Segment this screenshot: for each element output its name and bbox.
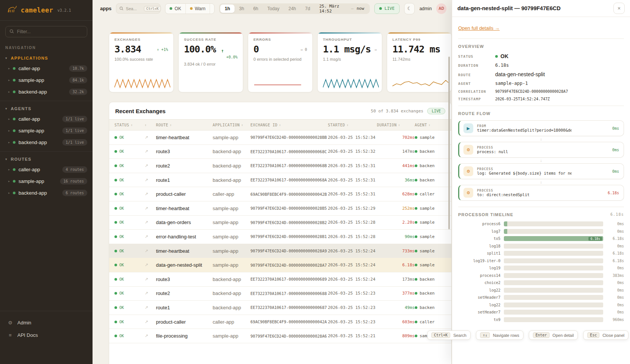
section-header-routes[interactable]: ▾ ROUTES xyxy=(0,153,93,164)
table-row[interactable]: OK ↗ timer-heartbeat sample-app 90799F47… xyxy=(109,244,451,258)
range-24h[interactable]: 24h xyxy=(284,5,301,13)
sidebar-item-backend-app[interactable]: ▸ backend-app 6 routes xyxy=(0,187,93,199)
stat-card-exchanges[interactable]: EXCHANGES 3.834 ↑ +1% 100.0% success rat… xyxy=(109,32,174,92)
sidebar-item-backend-app[interactable]: ▸ backend-app 32.2k xyxy=(0,86,93,98)
open-link-icon[interactable]: ↗ xyxy=(145,249,156,253)
open-link-icon[interactable]: ↗ xyxy=(145,305,156,310)
table-row[interactable]: OK ↗ route2 backend-app EE7322370A10617-… xyxy=(109,287,451,301)
open-link-icon[interactable]: ↗ xyxy=(145,263,156,267)
theme-toggle-button[interactable]: ☾ xyxy=(404,3,415,14)
range-6h[interactable]: 6h xyxy=(249,5,262,13)
status-dot xyxy=(13,141,15,144)
open-link-icon[interactable]: ↗ xyxy=(145,220,156,225)
timeline-row-choice2[interactable]: choice2 0ms xyxy=(458,280,624,285)
table-row[interactable]: OK ↗ route3 backend-app EE7322370A10617-… xyxy=(109,272,451,287)
stat-card-success rate[interactable]: SUCCESS RATE 100.0% ↑ +0.0% 3.834 ok / 0… xyxy=(178,32,243,92)
sidebar-item-caller-app[interactable]: ▸ caller-app 4 routes xyxy=(0,164,93,175)
column-header-application[interactable]: APPLICATION↕ xyxy=(213,123,250,127)
sidebar-filter[interactable] xyxy=(5,26,87,37)
column-header-status[interactable]: STATUS↕ xyxy=(114,123,145,127)
status-filter-warn[interactable]: Warn xyxy=(186,4,210,14)
camel-icon xyxy=(7,4,17,16)
open-link-icon[interactable]: ↗ xyxy=(145,149,156,154)
stat-card-errors[interactable]: ERRORS 0 → 0 0 errors in selected period xyxy=(248,32,313,92)
table-row[interactable]: OK ↗ data-gen-orders sample-app 90799F47… xyxy=(109,216,451,230)
open-link-icon[interactable]: ↗ xyxy=(145,333,156,338)
status-filter-ok[interactable]: OK xyxy=(165,4,185,14)
open-link-icon[interactable]: ↗ xyxy=(145,277,156,282)
open-link-icon[interactable]: ↗ xyxy=(145,319,156,324)
flow-step-4[interactable]: ⚙ PROCESS to: direct:nestedSplit 6.18s xyxy=(458,185,624,201)
timeline-row-log19-iter-0[interactable]: log19-iter-0 6.18s xyxy=(458,258,624,263)
timeline-row-log22[interactable]: log22 0ms xyxy=(458,303,624,307)
sidebar-footer-admin[interactable]: ⚙ Admin xyxy=(8,316,85,329)
column-header-exchange id[interactable]: EXCHANGE ID↕ xyxy=(250,123,328,127)
range-today[interactable]: Today xyxy=(263,5,284,13)
flow-step-1[interactable]: ▶ FROM timer:dataGenNestedSplit?period=1… xyxy=(458,120,624,136)
timeline-row-to9[interactable]: to9 960ms xyxy=(458,317,624,322)
sidebar-item-caller-app[interactable]: ▸ caller-app 10.7k xyxy=(0,63,93,74)
table-row[interactable]: OK ↗ timer-heartbeat sample-app 90799F47… xyxy=(109,131,451,145)
close-panel-button[interactable]: × xyxy=(613,3,625,14)
sidebar-item-sample-app[interactable]: ▸ sample-app 16 routes xyxy=(0,175,93,187)
global-search[interactable]: Ctrl+K xyxy=(116,3,161,14)
chevron-right-icon: ▸ xyxy=(8,168,10,171)
stat-card-latency p99[interactable]: LATENCY P99 11.742 ms 11.742ms xyxy=(387,32,452,92)
range-3h[interactable]: 3h xyxy=(235,5,249,13)
open-link-icon[interactable]: ↗ xyxy=(145,234,156,239)
table-row[interactable]: OK ↗ route1 backend-app EE7322370A10617-… xyxy=(109,301,451,315)
open-link-icon[interactable]: ↗ xyxy=(145,206,156,211)
column-header-agent[interactable]: AGENT↕ xyxy=(415,123,441,127)
section-header-applications[interactable]: ▾ APPLICATIONS xyxy=(0,52,93,63)
timeline-row-process6[interactable]: process6 0ms xyxy=(458,221,624,226)
timeline-row-log7[interactable]: log7 0ms xyxy=(458,229,624,234)
table-row[interactable]: OK ↗ timer-heartbeat sample-app 90799F47… xyxy=(109,201,451,216)
timeline-row-process14[interactable]: process14 383ms xyxy=(458,273,624,278)
sidebar-item-sample-app[interactable]: ▸ sample-app 1/1 live xyxy=(0,125,93,137)
column-header-route[interactable]: ROUTE↕ xyxy=(156,123,213,127)
flow-step-kind: PROCESS xyxy=(477,146,508,149)
sidebar-footer-api docs[interactable]: ≡ API Docs xyxy=(8,329,85,341)
stat-card-throughput[interactable]: THROUGHPUT 1.1 msg/s → 1.1 msg/s xyxy=(317,32,382,92)
table-row[interactable]: OK ↗ file-processing sample-app 90799F47… xyxy=(109,329,451,343)
timeline-row-log18[interactable]: log18 0ms xyxy=(458,244,624,249)
timeline-row-split1[interactable]: split1 6.18s xyxy=(458,251,624,256)
section-header-agents[interactable]: ▾ AGENTS xyxy=(0,103,93,113)
open-link-icon[interactable]: ↗ xyxy=(145,291,156,296)
timeline-row-log22[interactable]: log22 0ms xyxy=(458,288,624,293)
avatar[interactable]: AD xyxy=(436,3,446,14)
table-row[interactable]: OK ↗ route2 backend-app EE7322370A10617-… xyxy=(109,159,451,173)
table-row[interactable]: OK ↗ product-caller caller-app 69AC90BF8… xyxy=(109,187,451,201)
table-row[interactable]: OK ↗ data-gen-nested-split sample-app 90… xyxy=(109,258,451,272)
status-dot xyxy=(495,55,498,58)
open-link-icon[interactable]: ↗ xyxy=(145,192,156,197)
table-row[interactable]: OK ↗ error-handling-test sample-app 9079… xyxy=(109,230,451,244)
status-filter-e[interactable]: E xyxy=(210,4,215,14)
sidebar-item-sample-app[interactable]: ▸ sample-app 84.1k xyxy=(0,74,93,86)
table-row[interactable]: OK ↗ route1 backend-app EE7322370A10617-… xyxy=(109,173,451,187)
table-row[interactable]: OK ↗ route3 backend-app EE7322370A10617-… xyxy=(109,145,451,159)
sidebar-item-backend-app[interactable]: ▸ backend-app 1/1 live xyxy=(0,137,93,148)
filter-input[interactable] xyxy=(17,29,83,34)
flow-step-2[interactable]: ⚙ PROCESS process: null 0ms xyxy=(458,142,624,158)
column-header-link[interactable]: ↕ xyxy=(145,123,156,127)
open-link-icon[interactable]: ↗ xyxy=(145,163,156,168)
timeline-row-setHeader7[interactable]: setHeader7 0ms xyxy=(458,310,624,315)
open-link-icon[interactable]: ↗ xyxy=(145,135,156,140)
column-header-started[interactable]: STARTED↕ xyxy=(328,123,377,127)
timeline-row-log19[interactable]: log19 0ms xyxy=(458,266,624,270)
range-1h[interactable]: 1h xyxy=(220,5,235,13)
timeline-row-to5[interactable]: to5 6.18s 6.18s xyxy=(458,236,624,241)
flow-step-3[interactable]: ⚙ PROCESS log: Generated ${body.size} it… xyxy=(458,163,624,179)
open-full-details-link[interactable]: Open full details → xyxy=(458,25,500,31)
date-range[interactable]: 25. März 14:52 — now xyxy=(315,4,369,14)
search-input[interactable] xyxy=(126,6,142,11)
open-link-icon[interactable]: ↗ xyxy=(145,178,156,183)
table-row[interactable]: OK ↗ product-caller caller-app 69AC90BF8… xyxy=(109,315,451,329)
live-button[interactable]: LIVE xyxy=(374,3,400,14)
range-7d[interactable]: 7d xyxy=(301,5,315,13)
sidebar-item-caller-app[interactable]: ▸ caller-app 1/1 live xyxy=(0,113,93,125)
main-scrollbar[interactable] xyxy=(448,57,450,229)
timeline-row-setHeader7[interactable]: setHeader7 0ms xyxy=(458,295,624,300)
column-header-duration[interactable]: DURATION↕ xyxy=(377,123,415,127)
